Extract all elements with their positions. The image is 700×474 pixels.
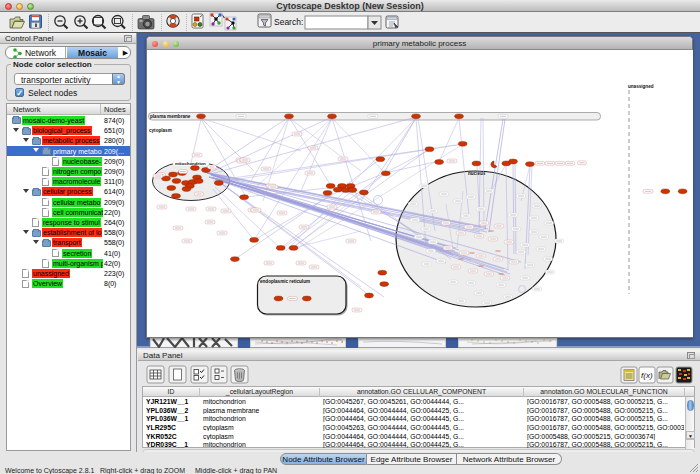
svg-text:nucleus: nucleus	[468, 171, 486, 176]
svg-text:endoplasmic reticulum: endoplasmic reticulum	[260, 279, 310, 284]
svg-text:plasma membrane: plasma membrane	[150, 114, 191, 119]
svg-text:f(x): f(x)	[641, 371, 653, 380]
svg-text:mitochondrion: mitochondrion	[175, 161, 206, 166]
svg-text:unassigned: unassigned	[628, 84, 654, 89]
svg-text:Search:: Search:	[274, 17, 303, 27]
svg-text:cytoplasm: cytoplasm	[149, 128, 172, 133]
